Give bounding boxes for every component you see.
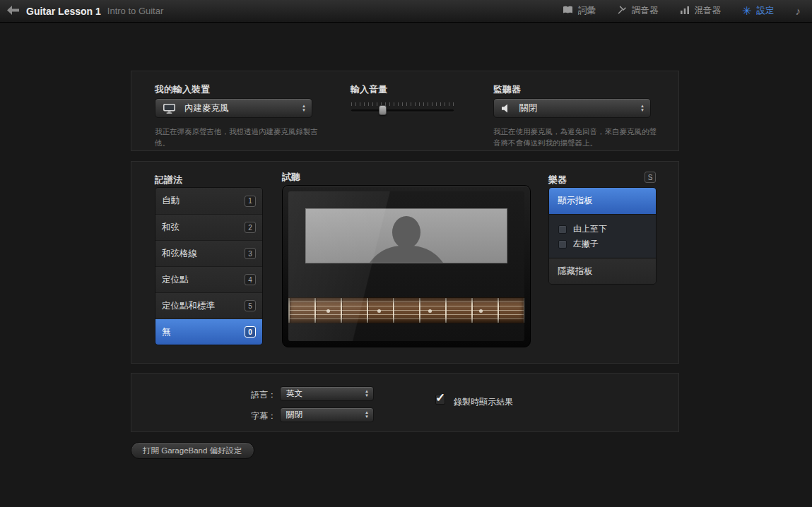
check-icon: ✓ [435, 390, 445, 405]
language-label: 語言： [237, 389, 276, 401]
tuning-fork-icon [617, 5, 627, 17]
back-arrow-icon [7, 5, 19, 18]
input-device-caption: 我正在彈奏原聲吉他，我想透過內建麥克風錄製吉他。 [155, 126, 321, 149]
menu-glossary[interactable]: 詞彙 [563, 5, 596, 17]
notation-item-auto[interactable]: 自動 1 [155, 188, 262, 214]
notation-item-chord-grids[interactable]: 和弦格線 3 [155, 240, 262, 266]
lesson-subtitle: Intro to Guitar [107, 6, 163, 16]
shortcut-key-badge: 4 [245, 274, 256, 285]
stepper-icon: ▲ ▼ [365, 411, 369, 419]
notation-list: 自動 1 和弦 2 和弦格線 3 定位點 4 定位點和標準 5 無 0 [155, 187, 263, 345]
notation-item-chords[interactable]: 和弦 2 [155, 214, 262, 240]
stepper-down-icon: ▼ [302, 109, 306, 112]
notation-item-label: 自動 [162, 195, 180, 207]
video-screen [288, 191, 524, 341]
volume-slider-thumb[interactable] [379, 105, 387, 115]
show-fretboard-label: 顯示指板 [558, 195, 593, 207]
hide-fretboard-label: 隱藏指板 [558, 266, 593, 278]
slider-track[interactable] [351, 109, 454, 112]
monitor-select[interactable]: 關閉 ▲ ▼ [493, 98, 651, 118]
notation-item-tab-standard[interactable]: 定位點和標準 5 [155, 292, 262, 318]
shortcut-key-badge: 0 [245, 326, 256, 338]
checkbox-icon[interactable] [558, 240, 567, 249]
option-top-to-bottom[interactable]: 由上至下 [549, 222, 656, 237]
titlebar: Guitar Lesson 1 Intro to Guitar 詞彙 調音器 混… [0, 0, 812, 23]
hide-fretboard-option[interactable]: 隱藏指板 [549, 258, 656, 284]
stepper-down-icon: ▼ [365, 394, 369, 398]
open-preferences-button[interactable]: 打開 GarageBand 偏好設定 [131, 442, 254, 459]
input-device-heading: 我的輸入裝置 [155, 83, 210, 96]
stepper-up-icon: ▲ [302, 105, 306, 108]
subtitles-select[interactable]: 關閉 ▲ ▼ [280, 407, 374, 422]
fret-inlay-dot [326, 309, 330, 313]
instrument-heading: 樂器 [548, 174, 567, 186]
display-mic-icon [163, 103, 176, 114]
lesson-title: Guitar Lesson 1 [26, 6, 101, 17]
input-volume-slider[interactable] [351, 101, 454, 117]
book-icon [563, 6, 573, 16]
monitor-heading: 監聽器 [493, 83, 521, 96]
fretboard-options: 由上至下 左撇子 [549, 214, 656, 258]
back-button[interactable] [5, 5, 20, 18]
subtitles-value: 關閉 [286, 410, 302, 420]
monitor-caption: 我正在使用麥克風，為避免回音，來自麥克風的聲音將不會傳送到我的揚聲器上。 [493, 126, 663, 149]
menu-lessons[interactable]: ♪ [796, 6, 801, 16]
notation-item-label: 和弦格線 [162, 248, 197, 260]
language-value: 英文 [286, 388, 302, 399]
shortcut-key-badge: 2 [245, 222, 256, 233]
language-panel: 語言： 英文 ▲ ▼ 字幕： 關閉 ▲ ▼ ✓ 錄製時顯示結果 [131, 373, 679, 432]
menu-mixer[interactable]: 混音器 [680, 5, 722, 17]
option-left-handed[interactable]: 左撇子 [549, 237, 656, 251]
notation-item-label: 定位點 [162, 274, 189, 286]
language-select[interactable]: 英文 ▲ ▼ [280, 386, 374, 401]
notation-item-none[interactable]: 無 0 [155, 318, 262, 345]
shortcut-key-badge: 1 [245, 196, 256, 207]
menu-tuner-label: 調音器 [632, 5, 659, 17]
silhouette-head [392, 216, 420, 249]
shortcut-key-badge: 3 [245, 248, 256, 259]
fret-inlay-dot [428, 309, 432, 313]
preview-heading: 試聽 [282, 171, 300, 184]
titlebar-menu: 詞彙 調音器 混音器 ✳ 設定 ♪ [563, 5, 801, 17]
menu-setup[interactable]: ✳ 設定 [742, 5, 774, 17]
subtitles-label: 字幕： [237, 410, 276, 422]
stepper-down-icon: ▼ [365, 415, 369, 419]
monitor-value: 關閉 [519, 102, 537, 114]
option-top-to-bottom-label: 由上至下 [573, 223, 607, 235]
input-settings-panel: 我的輸入裝置 內建麥克風 ▲ ▼ 我正在彈奏原聲吉他，我想透過內建麥克風錄製吉他… [131, 71, 679, 151]
notation-item-tab[interactable]: 定位點 4 [155, 266, 262, 292]
fret-inlay-dot [479, 309, 483, 313]
option-left-handed-label: 左撇子 [573, 238, 599, 250]
stepper-down-icon: ▼ [640, 109, 645, 112]
menu-mixer-label: 混音器 [695, 5, 722, 17]
stepper-icon: ▲ ▼ [640, 105, 645, 112]
notation-item-label: 定位點和標準 [162, 300, 215, 312]
stepper-icon: ▲ ▼ [302, 105, 306, 112]
menu-setup-label: 設定 [757, 5, 775, 17]
show-fretboard-option[interactable]: 顯示指板 [549, 188, 656, 214]
show-results-label: 錄製時顯示結果 [454, 396, 513, 408]
notation-heading: 記譜法 [155, 174, 182, 186]
lesson-display-panel: 記譜法 自動 1 和弦 2 和弦格線 3 定位點 4 定位點和標準 5 無 0 … [131, 161, 679, 364]
instrument-shortcut-badge: S [645, 172, 656, 183]
music-note-icon: ♪ [796, 6, 801, 16]
checkbox-icon[interactable] [558, 225, 567, 234]
preview-video [282, 185, 531, 347]
menu-glossary-label: 詞彙 [578, 5, 596, 17]
stepper-icon: ▲ ▼ [365, 390, 369, 398]
menu-tuner[interactable]: 調音器 [617, 5, 659, 17]
stepper-up-icon: ▲ [640, 105, 645, 108]
guitar-fretboard [288, 297, 524, 323]
fret-inlay-dot [377, 309, 381, 313]
gear-icon: ✳ [742, 6, 751, 17]
teacher-silhouette-panel [305, 208, 507, 263]
show-results-checkbox[interactable]: ✓ [435, 395, 445, 405]
input-device-select[interactable]: 內建麥克風 ▲ ▼ [155, 98, 312, 118]
input-volume-heading: 輸入音量 [351, 83, 387, 96]
notation-item-label: 無 [162, 326, 171, 338]
shortcut-key-badge: 5 [245, 300, 256, 311]
silhouette-shoulders [363, 246, 450, 263]
input-device-value: 內建麥克風 [184, 102, 229, 114]
instrument-list: 顯示指板 由上至下 左撇子 隱藏指板 [548, 187, 657, 285]
open-preferences-label: 打開 GarageBand 偏好設定 [143, 446, 242, 456]
